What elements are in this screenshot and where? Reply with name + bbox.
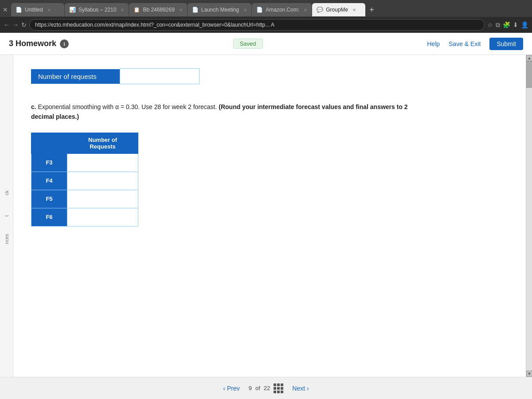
forecast-table: Number of Requests F3 F4 [31, 133, 138, 227]
table-row-f3: F3 [31, 153, 138, 172]
page-info: 9 of 22 [249, 383, 284, 393]
groupme-icon: 💬 [317, 7, 323, 13]
table-row-f4: F4 [31, 172, 138, 190]
tab-bar: ✕ 📄 Untitled ✕ 📊 Syllabus – 2210 ✕ 📋 Bb … [0, 0, 532, 17]
app-header: 3 Homework i Saved Help Save & Exit Subm… [0, 33, 532, 55]
tab-launch-label: Launch Meeting [201, 7, 239, 13]
sidebar-t: t [4, 215, 9, 216]
cell-f3 [67, 153, 138, 172]
tab-untitled[interactable]: 📄 Untitled ✕ [11, 3, 64, 16]
prev-chevron-icon: ‹ [223, 385, 225, 392]
copy-icon[interactable]: ⧉ [496, 21, 500, 29]
row-label-f4: F4 [31, 172, 67, 190]
amazon-icon: 📄 [256, 7, 263, 13]
profile-icon[interactable]: 👤 [521, 21, 528, 28]
scrollbar-body [526, 61, 532, 371]
row-label-f5: F5 [31, 190, 67, 208]
close-tab-groupme[interactable]: ✕ [352, 8, 356, 12]
tab-amazon-label: Amazon.Com: [266, 7, 299, 13]
next-button[interactable]: Next › [292, 385, 309, 392]
table-header-empty [31, 133, 67, 153]
doc-icon: 📄 [16, 7, 22, 13]
close-tab-launch[interactable]: ✕ [243, 8, 247, 12]
scrollbar-track: ▲ ▼ [526, 55, 532, 377]
cell-f6 [67, 208, 138, 226]
bb-icon: 📋 [133, 7, 140, 13]
page-total: 22 [264, 385, 270, 391]
submit-button[interactable]: Submit [489, 38, 523, 50]
info-icon[interactable]: i [60, 39, 69, 48]
section-top: Number of requests [31, 68, 508, 84]
tab-syllabus-label: Syllabus – 2210 [78, 7, 116, 13]
back-icon[interactable]: ← [4, 21, 10, 28]
star-icon[interactable]: ☆ [487, 21, 493, 28]
close-window-btn[interactable]: ✕ [0, 6, 11, 13]
tab-bb[interactable]: 📋 Bb 24689269 ✕ [129, 3, 187, 16]
input-f5[interactable] [74, 193, 131, 205]
launch-icon: 📄 [192, 7, 199, 13]
table-header-requests: Number of Requests [67, 133, 138, 153]
address-bar: ← → ↻ ☆ ⧉ 🧩 ⬇ 👤 [0, 17, 532, 33]
tab-groupme[interactable]: 💬 GroupMe ✕ [312, 3, 365, 16]
address-input[interactable] [29, 19, 485, 31]
sidebar-ck: ck [4, 191, 9, 196]
tab-launch[interactable]: 📄 Launch Meeting ✕ [188, 3, 251, 16]
scrollbar-down-arrow[interactable]: ▼ [526, 371, 532, 377]
next-label: Next [292, 385, 305, 392]
table-row-f5: F5 [31, 190, 138, 208]
tab-amazon[interactable]: 📄 Amazon.Com: ✕ [252, 3, 312, 16]
col-header-line2: Requests [90, 143, 116, 150]
sidebar-nces: nces [4, 234, 9, 244]
close-tab-syllabus[interactable]: ✕ [121, 8, 124, 12]
app-title-container: 3 Homework i [9, 39, 69, 48]
page-current: 9 [249, 385, 252, 391]
chart-icon: 📊 [69, 7, 76, 13]
forward-icon[interactable]: → [12, 21, 19, 28]
input-f3[interactable] [74, 156, 131, 169]
new-tab-button[interactable]: + [366, 5, 378, 15]
cell-f4 [67, 172, 138, 190]
page-separator: of [255, 385, 260, 391]
tab-bb-label: Bb 24689269 [143, 7, 174, 13]
prev-label: Prev [227, 385, 240, 392]
save-exit-button[interactable]: Save & Exit [449, 40, 481, 47]
scrollbar-up-arrow[interactable]: ▲ [526, 55, 532, 61]
close-tab-amazon[interactable]: ✕ [304, 8, 307, 12]
saved-badge: Saved [233, 39, 263, 49]
download-icon[interactable]: ⬇ [513, 21, 518, 28]
problem-body: Exponential smoothing with α = 0.30. Use… [38, 103, 217, 110]
help-button[interactable]: Help [427, 40, 440, 47]
number-requests-input[interactable] [120, 68, 200, 84]
close-tab-untitled[interactable]: ✕ [47, 8, 51, 12]
reload-icon[interactable]: ↻ [21, 21, 27, 28]
input-f4[interactable] [74, 175, 131, 187]
row-label-f3: F3 [31, 153, 67, 172]
cell-f5 [67, 190, 138, 208]
header-actions: Help Save & Exit Submit [427, 38, 523, 50]
app-title: 3 Homework [9, 39, 56, 48]
col-header-line1: Number of [88, 137, 117, 143]
grid-view-icon[interactable] [274, 383, 283, 393]
input-f6[interactable] [74, 211, 131, 223]
close-tab-bb[interactable]: ✕ [179, 8, 183, 12]
next-chevron-icon: › [307, 385, 309, 392]
problem-prefix: c. [31, 103, 36, 110]
prev-button[interactable]: ‹ Prev [223, 385, 239, 392]
row-label-f6: F6 [31, 208, 67, 226]
bottom-nav: ‹ Prev 9 of 22 Next › [0, 377, 532, 399]
table-row-f6: F6 [31, 208, 138, 226]
tab-groupme-label: GroupMe [326, 7, 348, 13]
scrollbar-thumb[interactable] [526, 61, 532, 88]
tab-untitled-label: Untitled [25, 7, 43, 13]
tab-syllabus[interactable]: 📊 Syllabus – 2210 ✕ [65, 3, 129, 16]
extensions-icon[interactable]: 🧩 [503, 21, 510, 28]
problem-text: c. Exponential smoothing with α = 0.30. … [31, 102, 412, 122]
section-label: Number of requests [31, 69, 120, 84]
main-content: Number of requests c. Exponential smooth… [13, 55, 526, 377]
